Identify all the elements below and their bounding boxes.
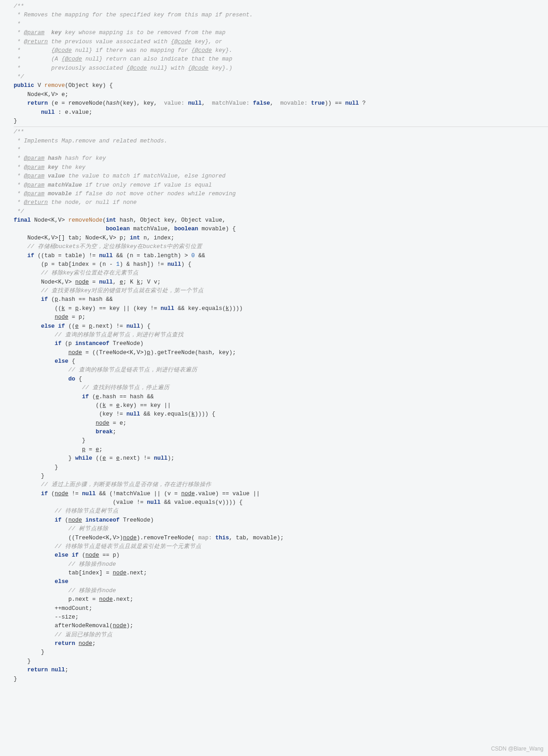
comment: // 移除key索引位置处存在元素节点 — [14, 269, 548, 278]
comment: * @param key key whose mapping is to be … — [14, 29, 548, 37]
code-line: if (node != null && (!matchValue || (v =… — [14, 490, 548, 498]
code-line: ((k = e.key) == key || — [14, 401, 548, 410]
code-line: if (node instanceof TreeNode) — [14, 516, 548, 525]
code-line: --size; — [14, 613, 548, 622]
comment: * @param key the key — [14, 163, 548, 172]
comment: // 通过上面步骤，判断要移除节点是否存储，存在进行移除操作 — [14, 481, 548, 489]
comment: /** — [14, 128, 548, 137]
code-line: else if (node == p) — [14, 551, 548, 560]
code-line: do { — [14, 375, 548, 384]
code-line: } — [14, 675, 548, 684]
comment: * @param value the value to match if mat… — [14, 172, 548, 181]
code-line: } — [14, 436, 548, 445]
code-line: p.next = node.next; — [14, 595, 548, 604]
comment: * @param movable if false do not move ot… — [14, 190, 548, 198]
comment: */ — [14, 73, 548, 81]
code-line: if (p instanceof TreeNode) — [14, 340, 548, 348]
code-line: afterNodeRemoval(node); — [14, 622, 548, 630]
code-line: return null; — [14, 666, 548, 675]
comment: * @param hash hash for key — [14, 154, 548, 163]
code-container: /** * Removes the mapping for the specif… — [0, 0, 548, 686]
comment: // 查询的移除节点是链表节点，则进行链表遍历 — [14, 366, 548, 375]
comment: * Removes the mapping for the specified … — [14, 11, 548, 20]
code-line: else { — [14, 357, 548, 366]
comment: // 移除操作node — [14, 587, 548, 595]
comment: * (A {@code null} return can also indica… — [14, 55, 548, 64]
code-line: node = ((TreeNode<K,V>)p).getTreeNode(ha… — [14, 349, 548, 357]
code-line: } — [14, 463, 548, 472]
code-line: return node; — [14, 639, 548, 648]
code-line: (value != null && value.equals(v)))) { — [14, 498, 548, 507]
comment: // 查询的移除节点是树节点，则进行树节点查找 — [14, 331, 548, 340]
code-line: ++modCount; — [14, 604, 548, 613]
comment: // 待移除节点是链表节点且就是索引处第一个元素节点 — [14, 543, 548, 551]
code-line: (p = tab[index = (n - 1) & hash]) != nul… — [14, 260, 548, 269]
code-line: return (e = removeNode(hash(key), key, v… — [14, 99, 548, 108]
code-line: } while ((e = e.next) != null); — [14, 454, 548, 463]
code-line: tab[index] = node.next; — [14, 569, 548, 578]
code-line: else — [14, 578, 548, 586]
code-line: ((TreeNode<K,V>)node).removeTreeNode( ma… — [14, 534, 548, 543]
comment: * {@code null} if there was no mapping f… — [14, 46, 548, 55]
method-signature: final Node<K,V> removeNode(int hash, Obj… — [14, 216, 548, 225]
comment: * Implements Map.remove and related meth… — [14, 137, 548, 146]
code-line: } — [14, 657, 548, 666]
comment: // 存储桶buckets不为空，定位移除key在buckets中的索引位置 — [14, 243, 548, 251]
divider — [14, 127, 548, 127]
comment: */ — [14, 208, 548, 216]
comment: * previously associated {@code null} wit… — [14, 64, 548, 73]
code-line: Node<K,V> node = null, e; K k; V v; — [14, 278, 548, 287]
code-line: if (p.hash == hash && — [14, 295, 548, 304]
code-line: boolean matchValue, boolean movable) { — [14, 225, 548, 233]
method-signature: public V remove(Object key) { — [14, 81, 548, 90]
comment: * @return the previous value associated … — [14, 38, 548, 46]
comment: // 移除操作node — [14, 560, 548, 569]
comment: // 返回已移除的节点 — [14, 631, 548, 639]
comment: // 查找到待移除节点，停止遍历 — [14, 384, 548, 392]
code-line: (key != null && key.equals(k)))) { — [14, 410, 548, 419]
code-line: } — [14, 117, 548, 126]
code-line: null : e.value; — [14, 108, 548, 117]
comment: /** — [14, 2, 548, 11]
code-line: Node<K,V>[] tab; Node<K,V> p; int n, ind… — [14, 234, 548, 243]
comment: * @param matchValue if true only remove … — [14, 181, 548, 190]
code-line: node = e; — [14, 419, 548, 428]
code-line: } — [14, 648, 548, 657]
comment: // 查找要移除key对应的键值对节点就在索引处，第一个节点 — [14, 287, 548, 295]
comment: * — [14, 20, 548, 29]
code-line: p = e; — [14, 446, 548, 454]
comment: // 树节点移除 — [14, 525, 548, 533]
code-line: node = p; — [14, 313, 548, 322]
code-line: if ((tab = table) != null && (n = tab.le… — [14, 252, 548, 260]
comment: * @return the node, or null if none — [14, 198, 548, 207]
code-line: ((k = p.key) == key || (key != null && k… — [14, 304, 548, 313]
code-line: if (e.hash == hash && — [14, 393, 548, 401]
code-line: } — [14, 472, 548, 481]
code-line: break; — [14, 428, 548, 436]
comment: // 待移除节点是树节点 — [14, 507, 548, 516]
code-line: Node<K,V> e; — [14, 91, 548, 99]
code-line: else if ((e = p.next) != null) { — [14, 322, 548, 331]
comment: * — [14, 146, 548, 154]
